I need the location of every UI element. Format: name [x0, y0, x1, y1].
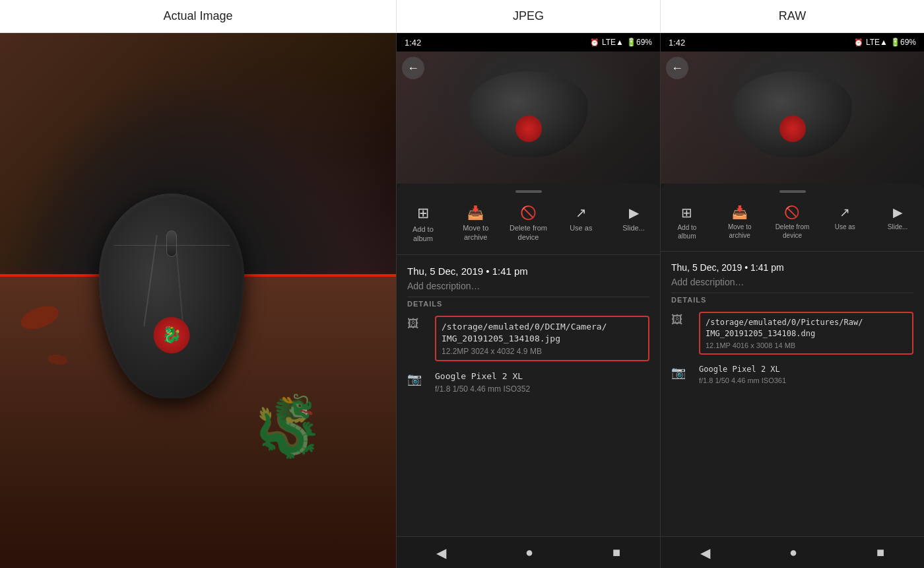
mouse-logo-icon: 🐉: [162, 326, 182, 344]
header-jpeg-label: JPEG: [513, 9, 544, 23]
jpeg-file-content: /storage/emulated/0/DCIM/Camera/ IMG_201…: [435, 316, 649, 361]
raw-details-label: DETAILS: [671, 296, 913, 304]
mouse-line1: [143, 235, 157, 326]
jpeg-status-icons: ⏰ LTE▲ 🔋69%: [590, 38, 652, 47]
jpeg-camera-icon: 📷: [407, 372, 426, 390]
raw-camera-content: Google Pixel 2 XL f/1.8 1/50 4.46 mm ISO…: [699, 364, 913, 385]
jpeg-details-section: DETAILS 🖼 /storage/emulated/0/DCIM/Camer…: [397, 297, 660, 409]
jpeg-back-button[interactable]: ←: [402, 57, 424, 79]
raw-add-album-label: Add toalbum: [677, 223, 696, 240]
jpeg-date: Thu, 5 Dec, 2019 • 1:41 pm: [407, 266, 649, 277]
raw-use-as-btn[interactable]: ↗ Use as: [818, 203, 871, 234]
jpeg-spacer: [397, 408, 660, 536]
jpeg-add-album-icon: ⊞: [417, 206, 429, 221]
raw-add-album-icon: ⊞: [681, 206, 692, 219]
header-jpeg: JPEG: [396, 0, 660, 32]
jpeg-use-as-label: Use as: [570, 223, 592, 232]
header-raw: RAW: [660, 0, 924, 32]
jpeg-back-icon: ←: [407, 61, 419, 75]
actual-image-panel: 🐉 🐉: [0, 33, 396, 568]
raw-camera-name: Google Pixel 2 XL: [699, 364, 913, 375]
jpeg-nav-recent-btn[interactable]: ■: [602, 540, 631, 565]
jpeg-battery-icon: 🔋69%: [626, 38, 652, 47]
raw-slide-icon: ▶: [893, 206, 903, 219]
raw-add-to-album-btn[interactable]: ⊞ Add toalbum: [661, 203, 713, 243]
jpeg-details-label: DETAILS: [407, 300, 649, 308]
raw-info-section: Thu, 5 Dec, 2019 • 1:41 pm Add descripti…: [661, 252, 924, 293]
raw-status-icons: ⏰ LTE▲ 🔋69%: [854, 38, 916, 47]
jpeg-slideshow-btn[interactable]: ▶ Slide...: [607, 203, 660, 235]
jpeg-add-to-album-btn[interactable]: ⊞ Add toalbum: [397, 203, 449, 246]
header-actual: Actual Image: [0, 0, 396, 32]
raw-spacer: [661, 399, 924, 536]
jpeg-preview-logo: [515, 116, 542, 142]
jpeg-camera-meta: f/1.8 1/50 4.46 mm ISO352: [435, 384, 649, 394]
raw-camera-row: 📷 Google Pixel 2 XL f/1.8 1/50 4.46 mm I…: [671, 364, 913, 385]
raw-preview-img: [661, 52, 924, 184]
raw-alarm-icon: ⏰: [854, 38, 863, 47]
raw-panel: 1:42 ⏰ LTE▲ 🔋69% ←: [660, 33, 924, 568]
jpeg-slide-icon: ▶: [629, 206, 639, 219]
raw-delete-btn[interactable]: 🚫 Delete fromdevice: [766, 203, 819, 242]
raw-archive-label: Move toarchive: [728, 223, 752, 240]
jpeg-preview-mouse: [469, 71, 588, 157]
jpeg-nav-back-btn[interactable]: ◀: [426, 540, 457, 566]
jpeg-file-meta: 12.2MP 3024 x 4032 4.9 MB: [442, 347, 643, 356]
raw-back-button[interactable]: ←: [666, 57, 688, 79]
raw-use-as-icon: ↗: [840, 206, 850, 219]
jpeg-camera-name: Google Pixel 2 XL: [435, 371, 649, 382]
header-row: Actual Image JPEG RAW: [0, 0, 924, 33]
jpeg-add-album-label: Add toalbum: [412, 225, 434, 244]
actual-image-bg: 🐉 🐉: [0, 33, 396, 568]
jpeg-use-as-btn[interactable]: ↗ Use as: [554, 203, 607, 235]
raw-camera-meta: f/1.8 1/50 4.46 mm ISO361: [699, 376, 913, 384]
raw-archive-icon: 📥: [732, 206, 748, 219]
raw-nav-back-btn[interactable]: ◀: [690, 540, 721, 566]
jpeg-move-archive-btn[interactable]: 📥 Move toarchive: [449, 203, 502, 245]
raw-nav-home-btn[interactable]: ●: [779, 540, 808, 565]
raw-slide-label: Slide...: [888, 223, 908, 231]
jpeg-bottom-sheet: ⊞ Add toalbum 📥 Move toarchive 🚫 Delete …: [397, 184, 660, 568]
raw-nav-recent-btn[interactable]: ■: [866, 540, 895, 565]
raw-nav-bar: ◀ ● ■: [661, 536, 924, 568]
jpeg-alarm-icon: ⏰: [590, 38, 599, 47]
jpeg-archive-icon: 📥: [467, 206, 484, 219]
header-raw-label: RAW: [779, 9, 806, 23]
header-actual-label: Actual Image: [163, 9, 232, 23]
raw-preview-mouse: [733, 71, 852, 157]
raw-file-row: 🖼 /storage/emulated/0/Pictures/Raw/ IMG_…: [671, 312, 913, 355]
raw-battery-icon: 🔋69%: [890, 38, 916, 47]
jpeg-file-path: /storage/emulated/0/DCIM/Camera/ IMG_201…: [442, 321, 643, 345]
jpeg-description[interactable]: Add description…: [407, 281, 649, 291]
jpeg-action-bar: ⊞ Add toalbum 📥 Move toarchive 🚫 Delete …: [397, 198, 660, 255]
jpeg-camera-row: 📷 Google Pixel 2 XL f/1.8 1/50 4.46 mm I…: [407, 371, 649, 394]
raw-file-meta: 12.1MP 4016 x 3008 14 MB: [706, 341, 907, 349]
raw-back-icon: ←: [671, 61, 683, 75]
jpeg-slide-label: Slide...: [622, 223, 645, 232]
jpeg-status-time: 1:42: [405, 38, 421, 48]
raw-move-archive-btn[interactable]: 📥 Move toarchive: [713, 203, 766, 242]
raw-camera-icon: 📷: [671, 365, 690, 384]
jpeg-archive-label: Move toarchive: [463, 223, 488, 242]
raw-preview-logo: [779, 116, 806, 142]
raw-bottom-sheet: ⊞ Add toalbum 📥 Move toarchive 🚫 Delete …: [661, 184, 924, 568]
raw-use-as-label: Use as: [835, 223, 855, 231]
jpeg-preview-img: [397, 52, 660, 184]
raw-details-section: DETAILS 🖼 /storage/emulated/0/Pictures/R…: [661, 293, 924, 399]
raw-sheet-handle: [779, 190, 806, 193]
jpeg-status-bar: 1:42 ⏰ LTE▲ 🔋69%: [397, 33, 660, 52]
jpeg-delete-btn[interactable]: 🚫 Delete fromdevice: [502, 203, 555, 245]
click-divider: [114, 245, 230, 246]
raw-slideshow-btn[interactable]: ▶ Slide...: [871, 203, 924, 234]
jpeg-file-icon: 🖼: [407, 317, 426, 336]
scroll-wheel: [166, 231, 177, 257]
raw-lte-icon: LTE▲: [866, 38, 888, 47]
raw-description[interactable]: Add description…: [671, 277, 913, 287]
raw-status-time: 1:42: [669, 38, 685, 48]
jpeg-nav-bar: ◀ ● ■: [397, 536, 660, 568]
jpeg-sheet-handle: [515, 190, 542, 193]
jpeg-use-as-icon: ↗: [576, 206, 587, 219]
jpeg-nav-home-btn[interactable]: ●: [515, 540, 544, 565]
jpeg-panel: 1:42 ⏰ LTE▲ 🔋69% ←: [396, 33, 660, 568]
mouse-logo-circle: 🐉: [154, 317, 190, 353]
